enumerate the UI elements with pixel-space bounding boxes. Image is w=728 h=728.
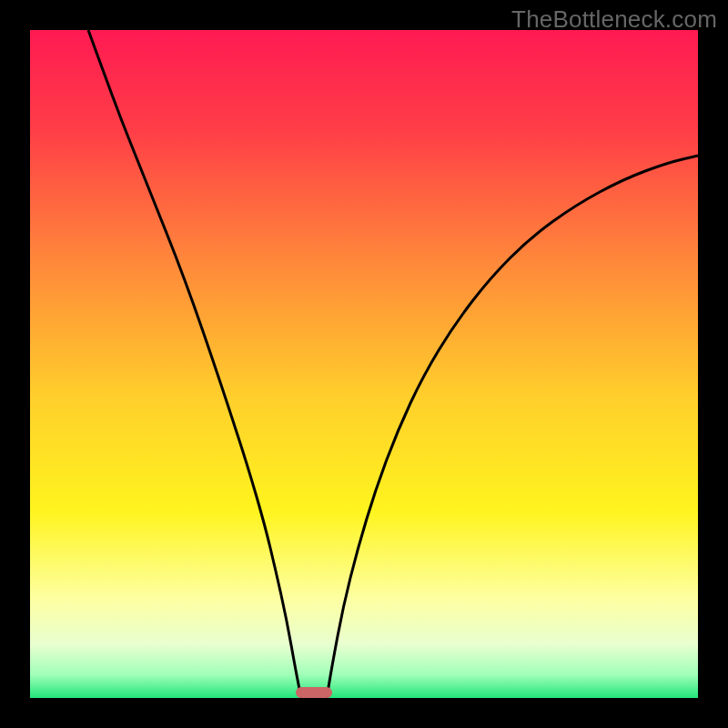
plot-area [30,30,698,698]
watermark-text: TheBottleneck.com [511,5,717,34]
chart-svg [30,30,698,698]
highlight-marker [296,687,332,698]
gradient-background [30,30,698,698]
chart-frame: TheBottleneck.com [0,0,728,728]
